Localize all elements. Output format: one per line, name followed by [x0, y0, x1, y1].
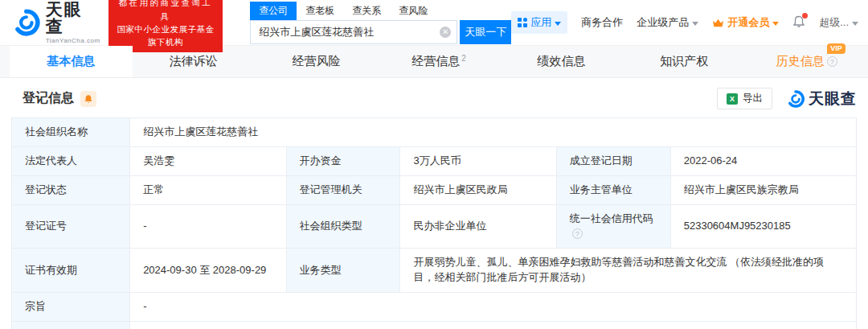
- notification-dot: [802, 13, 808, 19]
- capital-label: 开办资金: [286, 146, 400, 175]
- registration-table: 社会组织名称 绍兴市上虞区莲花慈善社 法定代表人 吴浩雯 开办资金 3万人民币 …: [11, 117, 857, 329]
- cert-no-value: -: [130, 204, 286, 249]
- purpose-label: 宗旨: [12, 292, 130, 321]
- nav-cooperation[interactable]: 商务合作: [581, 15, 623, 30]
- tab-legal-litigation[interactable]: 法律诉讼: [133, 46, 256, 77]
- tianyancha-page: 天眼查 TianYanCha.com 都在用的商业查询工具 国家中小企业发展子基…: [0, 0, 868, 329]
- grid-icon: [518, 18, 527, 27]
- tab-label: 法律诉讼: [170, 54, 218, 69]
- address-value: 浙江省绍兴市上虞区百官街道城东工业园区高铁辅路百草寺: [130, 321, 857, 329]
- search-input[interactable]: [250, 20, 457, 44]
- purpose-value: -: [130, 292, 857, 321]
- nav-vip[interactable]: 开通会员: [712, 15, 779, 30]
- tianyancha-swirl-icon: [13, 9, 40, 36]
- establish-date-label: 成立登记日期: [556, 146, 670, 175]
- search-box: ✕: [250, 20, 457, 44]
- supervisor-label: 业务主管单位: [556, 175, 670, 204]
- tab-count-badge: 2: [461, 54, 466, 63]
- tab-history-info[interactable]: 历史信息 ? VIP: [745, 46, 868, 77]
- org-name-value: 绍兴市上虞区莲花慈善社: [130, 118, 857, 147]
- business-type-label: 业务类型: [286, 249, 400, 293]
- nav-user-account[interactable]: 超级...: [819, 15, 858, 30]
- nav-apps-label: 应用: [530, 15, 551, 30]
- search-module: 查公司 查老板 查关系 查风险 ✕ 天眼一下: [250, 2, 511, 44]
- brand-slogan-badge: 都在用的商业查询工具 国家中小企业发展子基金旗下机构: [108, 0, 223, 52]
- section-title: 登记信息: [23, 90, 74, 107]
- slogan-line1: 都在用的商业查询工具: [114, 0, 217, 23]
- table-row: 登记状态 正常 登记管理机关 绍兴市上虞区民政局 业务主管单位 绍兴市上虞区民族…: [12, 175, 857, 204]
- help-icon[interactable]: ?: [572, 228, 583, 239]
- search-button[interactable]: 天眼一下: [460, 20, 511, 44]
- legal-rep-label: 法定代表人: [12, 146, 130, 175]
- cert-validity-value: 2024-09-30 至 2028-09-29: [130, 249, 286, 293]
- authority-label: 登记管理机关: [286, 175, 400, 204]
- table-row: 登记证号 - 社会组织类型 民办非企业单位 统一社会信用代码? 52330604…: [12, 204, 857, 249]
- subscribe-bell-button[interactable]: [80, 91, 96, 107]
- nav-cooperation-label: 商务合作: [581, 15, 623, 30]
- supervisor-value: 绍兴市上虞区民族宗教局: [670, 175, 856, 204]
- credit-code-label: 统一社会信用代码?: [556, 204, 670, 249]
- status-value: 正常: [130, 175, 286, 204]
- address-label: 住所: [12, 321, 130, 329]
- nav-vip-label: 开通会员: [727, 15, 769, 30]
- tab-basic-info[interactable]: 基本信息: [10, 46, 133, 77]
- tab-label: 知识产权: [660, 54, 708, 69]
- tab-operation-info[interactable]: 经营信息2: [378, 46, 501, 77]
- export-button[interactable]: X 导出: [717, 88, 772, 109]
- search-tab-relation[interactable]: 查关系: [343, 2, 390, 20]
- org-type-label: 社会组织类型: [286, 204, 400, 249]
- tab-label: 经营信息: [411, 54, 460, 69]
- cert-validity-label: 证书有效期: [12, 249, 130, 293]
- table-row: 住所 浙江省绍兴市上虞区百官街道城东工业园区高铁辅路百草寺: [12, 321, 857, 329]
- notification-bell[interactable]: [792, 15, 805, 31]
- nav-enterprise-label: 企业级产品: [637, 15, 689, 30]
- search-tab-boss[interactable]: 查老板: [297, 2, 343, 20]
- clear-search-icon[interactable]: ✕: [440, 27, 451, 38]
- tab-label: 历史信息: [776, 54, 825, 69]
- capital-value: 3万人民币: [400, 146, 556, 175]
- section-actions: X 导出 天眼查: [717, 88, 857, 109]
- export-label: 导出: [743, 92, 763, 105]
- tab-label: 绩效信息: [538, 54, 586, 69]
- tianyancha-logo[interactable]: 天眼查 TianYanCha.com: [13, 1, 100, 44]
- establish-date-value: 2022-06-24: [670, 146, 856, 175]
- watermark-text: 天眼查: [809, 88, 857, 109]
- table-row: 法定代表人 吴浩雯 开办资金 3万人民币 成立登记日期 2022-06-24: [12, 146, 857, 175]
- registration-section-header: 登记信息 X 导出 天眼查: [0, 78, 868, 117]
- search-tabs: 查公司 查老板 查关系 查风险: [250, 2, 511, 20]
- header-nav: 应用 商务合作 企业级产品 开通会员: [511, 11, 858, 34]
- search-tab-company[interactable]: 查公司: [250, 2, 297, 20]
- tab-operation-risk[interactable]: 经营风险: [255, 46, 378, 77]
- search-row: ✕ 天眼一下: [250, 20, 511, 44]
- detail-tabbar: 基本信息 法律诉讼 经营风险 经营信息2 绩效信息 知识产权 历史信息 ? VI…: [0, 46, 868, 78]
- slogan-line2: 国家中小企业发展子基金旗下机构: [114, 23, 217, 49]
- brand-name: 天眼查: [46, 1, 100, 35]
- credit-code-label-text: 统一社会信用代码: [570, 212, 653, 224]
- logo-text: 天眼查 TianYanCha.com: [46, 1, 100, 44]
- nav-enterprise[interactable]: 企业级产品: [637, 15, 698, 30]
- tab-intellectual-property[interactable]: 知识产权: [623, 46, 746, 77]
- tab-label: 基本信息: [47, 54, 95, 69]
- chevron-down-icon: [692, 22, 698, 26]
- crown-icon: [712, 18, 724, 28]
- nav-apps[interactable]: 应用: [511, 11, 567, 34]
- tab-performance-info[interactable]: 绩效信息: [500, 46, 623, 77]
- tianyancha-swirl-icon: [787, 90, 805, 108]
- bell-icon: [84, 94, 93, 104]
- chevron-down-icon: [772, 22, 779, 26]
- excel-icon: X: [727, 93, 738, 105]
- org-name-label: 社会组织名称: [12, 118, 130, 147]
- legal-rep-value: 吴浩雯: [130, 146, 286, 175]
- org-type-value: 民办非企业单位: [400, 204, 556, 249]
- chevron-down-icon: [852, 22, 858, 26]
- credit-code-value: 52330604MJ95230185: [670, 204, 856, 249]
- vip-badge: VIP: [827, 43, 845, 54]
- nav-user-label: 超级...: [819, 15, 849, 30]
- search-tab-risk[interactable]: 查风险: [390, 2, 436, 20]
- table-row: 证书有效期 2024-09-30 至 2028-09-29 业务类型 开展弱势儿…: [12, 249, 857, 293]
- business-type-value: 开展弱势儿童、孤儿、单亲困难孕妇救助等慈善活动和慈善文化交流 （依法须经批准的项…: [400, 249, 857, 293]
- status-label: 登记状态: [12, 175, 130, 204]
- help-icon[interactable]: ?: [827, 56, 837, 67]
- table-row: 宗旨 -: [12, 292, 857, 321]
- tab-label: 经营风险: [292, 54, 340, 69]
